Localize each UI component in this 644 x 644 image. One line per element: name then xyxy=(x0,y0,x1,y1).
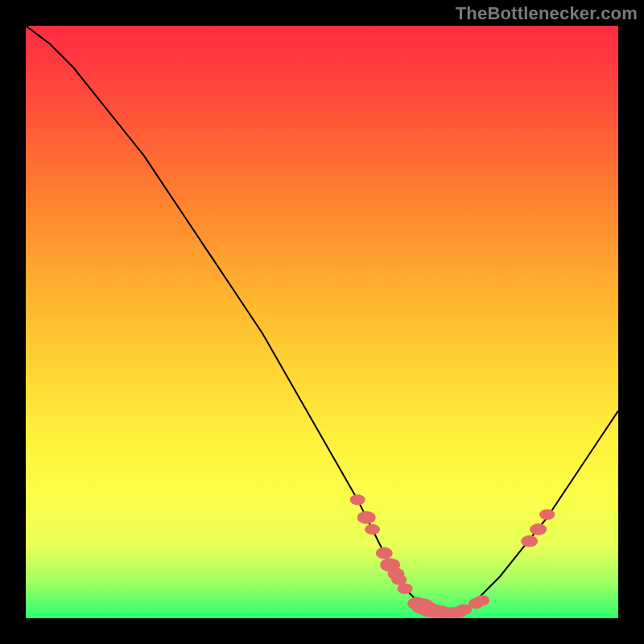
curve-marker xyxy=(365,524,380,535)
curve-markers xyxy=(350,494,555,618)
curve-marker xyxy=(376,547,393,559)
curve-marker xyxy=(397,584,412,594)
curve-layer xyxy=(26,26,618,618)
curve-marker xyxy=(539,510,555,520)
curve-marker xyxy=(357,511,376,524)
curve-marker xyxy=(530,523,547,535)
attribution-label: TheBottlenecker.com xyxy=(456,3,638,24)
curve-marker xyxy=(521,535,538,547)
bottleneck-curve xyxy=(26,26,618,618)
chart-frame: TheBottlenecker.com xyxy=(0,0,644,644)
plot-area xyxy=(26,26,618,618)
curve-marker xyxy=(474,595,489,605)
curve-marker xyxy=(350,494,365,505)
